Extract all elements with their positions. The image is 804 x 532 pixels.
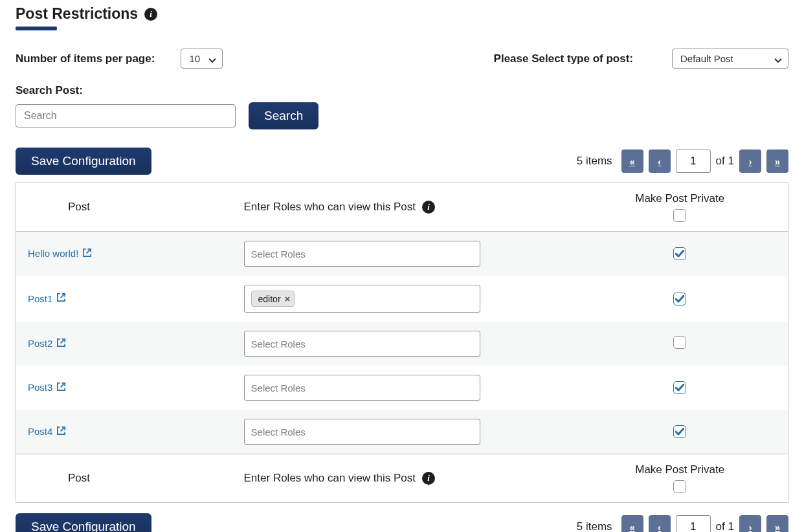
post-link[interactable]: Post3 xyxy=(28,382,66,393)
remove-tag-icon[interactable]: × xyxy=(285,293,291,304)
roles-placeholder: Select Roles xyxy=(251,249,306,260)
page-of-text: of 1 xyxy=(716,155,734,168)
checkbox-private[interactable] xyxy=(673,247,686,260)
col-roles-footer: Enter Roles who can view this Post xyxy=(244,472,416,485)
posts-table: Post Enter Roles who can view this Post … xyxy=(16,183,788,503)
external-link-icon xyxy=(56,382,66,393)
col-private-footer: Make Post Private xyxy=(635,463,724,476)
roles-input[interactable]: editor× xyxy=(244,285,480,313)
save-config-button-top[interactable]: Save Configuration xyxy=(16,148,151,175)
checkbox-select-all-private-top[interactable] xyxy=(673,209,686,222)
post-title: Post3 xyxy=(28,382,52,393)
roles-placeholder: Select Roles xyxy=(251,427,306,438)
page-next-button[interactable]: › xyxy=(739,150,761,173)
save-config-button-bottom[interactable]: Save Configuration xyxy=(16,513,151,532)
checkbox-select-all-private-bottom[interactable] xyxy=(673,480,686,493)
page-first-button[interactable]: « xyxy=(621,150,643,173)
table-row: Hello world!Select Roles xyxy=(16,232,788,276)
checkbox-private[interactable] xyxy=(673,336,686,349)
table-row: Post3Select Roles xyxy=(16,366,788,410)
info-icon[interactable]: i xyxy=(422,201,435,214)
roles-placeholder: Select Roles xyxy=(251,338,306,349)
search-button[interactable]: Search xyxy=(249,102,318,129)
post-title: Post2 xyxy=(28,338,52,349)
external-link-icon xyxy=(56,293,66,304)
external-link-icon xyxy=(56,338,66,349)
title-underline xyxy=(16,27,57,30)
checkbox-private[interactable] xyxy=(673,381,686,394)
post-type-select[interactable]: Default Post xyxy=(672,49,788,69)
info-icon[interactable]: i xyxy=(422,472,435,485)
post-link[interactable]: Hello world! xyxy=(28,248,92,260)
page-last-button[interactable]: » xyxy=(766,515,788,532)
col-roles: Enter Roles who can view this Post xyxy=(244,201,416,214)
page-first-button[interactable]: « xyxy=(621,515,643,532)
items-per-page-select[interactable]: 10 xyxy=(181,49,223,69)
items-per-page-label: Number of items per page: xyxy=(16,52,155,65)
role-tag: editor× xyxy=(251,291,295,307)
post-title: Post4 xyxy=(28,426,52,437)
post-link[interactable]: Post1 xyxy=(28,293,66,304)
pagination-top: 5 items « ‹ of 1 › » xyxy=(577,150,788,173)
pagination-bottom: 5 items « ‹ of 1 › » xyxy=(577,515,788,532)
page-prev-button[interactable]: ‹ xyxy=(649,515,671,532)
post-link[interactable]: Post2 xyxy=(28,338,66,349)
table-row: Post2Select Roles xyxy=(16,322,788,366)
page-number-input[interactable] xyxy=(676,150,711,173)
page-last-button[interactable]: » xyxy=(766,150,788,173)
table-row: Post4Select Roles xyxy=(16,410,788,454)
page-prev-button[interactable]: ‹ xyxy=(649,150,671,173)
roles-input[interactable]: Select Roles xyxy=(244,375,480,401)
post-title: Post1 xyxy=(28,293,52,304)
post-link[interactable]: Post4 xyxy=(28,426,66,438)
page-number-input[interactable] xyxy=(676,515,711,532)
search-input[interactable] xyxy=(16,104,236,127)
col-private: Make Post Private xyxy=(635,192,724,205)
controls-row: Number of items per page: 10 Please Sele… xyxy=(16,49,788,69)
post-title: Hello world! xyxy=(28,248,78,259)
search-section: Search Post: Search xyxy=(16,84,788,129)
search-label: Search Post: xyxy=(16,84,788,97)
table-row: Post1editor× xyxy=(16,276,788,322)
checkbox-private[interactable] xyxy=(673,425,686,438)
roles-placeholder: Select Roles xyxy=(251,382,306,393)
page-of-text: of 1 xyxy=(716,520,734,532)
roles-input[interactable]: Select Roles xyxy=(244,241,480,267)
col-post-footer: Post xyxy=(16,454,232,503)
items-count: 5 items xyxy=(577,155,612,168)
checkbox-private[interactable] xyxy=(673,293,686,305)
roles-input[interactable]: Select Roles xyxy=(244,331,480,357)
page-title: Post Restrictions xyxy=(16,5,138,23)
page-next-button[interactable]: › xyxy=(739,515,761,532)
external-link-icon xyxy=(82,248,92,260)
post-type-label: Please Select type of post: xyxy=(494,52,633,65)
col-post: Post xyxy=(16,183,232,232)
items-count: 5 items xyxy=(577,520,612,532)
info-icon[interactable]: i xyxy=(144,8,157,21)
external-link-icon xyxy=(56,426,66,438)
roles-input[interactable]: Select Roles xyxy=(244,419,480,445)
